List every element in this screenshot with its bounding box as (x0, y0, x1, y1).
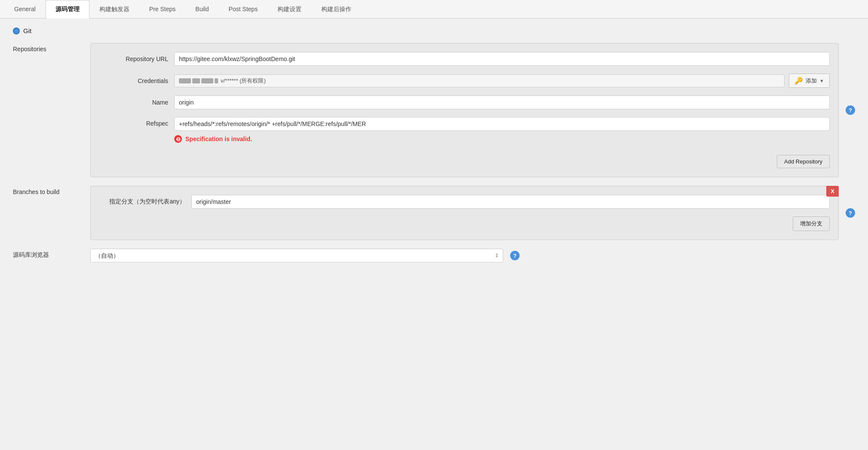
name-row: Name (99, 96, 830, 109)
cred-block-3 (201, 78, 213, 83)
source-browser-help-icon[interactable]: ? (510, 251, 520, 260)
repositories-section-row: Repositories Repository URL Credentials (13, 43, 855, 177)
refspec-input[interactable] (174, 117, 830, 131)
credentials-label: Credentials (99, 77, 168, 84)
repo-url-input[interactable] (174, 52, 830, 66)
branch-input[interactable] (191, 195, 830, 209)
branches-help-icon[interactable]: ? (846, 208, 855, 218)
repo-url-row: Repository URL (99, 52, 830, 66)
branches-content: X 指定分支（为空时代表any） 增加分支 (90, 186, 839, 240)
tab-scm[interactable]: 源码管理 (46, 0, 89, 18)
git-label: Git (23, 27, 31, 34)
add-branch-button[interactable]: 增加分支 (793, 216, 830, 231)
name-input[interactable] (174, 96, 830, 109)
branch-row: 指定分支（为空时代表any） (99, 195, 830, 209)
repo-url-field (174, 52, 830, 66)
add-dropdown-arrow: ▼ (819, 78, 824, 83)
add-credentials-button[interactable]: 🔑 添加 ▼ (789, 74, 830, 88)
add-repository-row: Add Repository (99, 155, 830, 168)
refspec-field: ⊖ Specification is invalid. (174, 117, 830, 147)
add-credentials-label: 添加 (806, 77, 817, 85)
delete-branch-button[interactable]: X (826, 186, 839, 197)
branches-section-row: Branches to build X 指定分支（为空时代表any） 增加分支 … (13, 186, 855, 240)
source-browser-label: 源码库浏览器 (13, 249, 82, 259)
git-option-row: Git (13, 27, 855, 34)
name-field (174, 96, 830, 109)
add-repository-button[interactable]: Add Repository (777, 155, 830, 168)
credentials-display[interactable]: v/****** (所有权限) (174, 74, 785, 87)
branches-label: Branches to build (13, 186, 82, 195)
error-icon: ⊖ (174, 135, 182, 143)
cred-block-4 (215, 78, 218, 83)
tab-build-settings[interactable]: 构建设置 (268, 0, 311, 18)
git-radio[interactable] (13, 28, 20, 34)
repositories-help-icon[interactable]: ? (846, 105, 855, 115)
source-browser-section-row: 源码库浏览器 （自动） ? (13, 249, 855, 262)
credentials-text: v/****** (所有权限) (221, 77, 266, 85)
repositories-content: Repository URL Credentials (90, 43, 839, 177)
tab-post-build[interactable]: 构建后操作 (311, 0, 361, 18)
tab-bar: General 源码管理 构建触发器 Pre Steps Build Post … (0, 0, 868, 18)
credentials-field: v/****** (所有权限) 🔑 添加 ▼ (174, 74, 830, 88)
branch-field-label: 指定分支（为空时代表any） (99, 198, 185, 206)
cred-block-1 (179, 78, 191, 83)
source-browser-select[interactable]: （自动） (90, 249, 503, 262)
source-browser-select-wrapper: （自动） (90, 249, 503, 262)
repositories-label: Repositories (13, 43, 82, 52)
refspec-row: Refspec ⊖ Specification is invalid. (99, 117, 830, 147)
branch-field (191, 195, 830, 209)
key-icon: 🔑 (794, 77, 803, 85)
tab-post-steps[interactable]: Post Steps (219, 0, 268, 18)
refspec-label: Refspec (99, 117, 168, 127)
tab-pre-steps[interactable]: Pre Steps (139, 0, 185, 18)
tab-general[interactable]: General (4, 0, 46, 18)
error-row: ⊖ Specification is invalid. (174, 135, 830, 143)
cred-block-2 (192, 78, 200, 83)
tab-triggers[interactable]: 构建触发器 (89, 0, 139, 18)
credentials-blur (179, 78, 218, 83)
error-text: Specification is invalid. (185, 136, 252, 142)
name-label: Name (99, 99, 168, 106)
add-branch-row: 增加分支 (99, 216, 830, 231)
main-content: Git Repositories Repository URL Credenti… (0, 18, 868, 406)
credentials-row: Credentials v/****** (所有权限) (99, 74, 830, 88)
repo-url-label: Repository URL (99, 55, 168, 62)
tab-build[interactable]: Build (185, 0, 219, 18)
